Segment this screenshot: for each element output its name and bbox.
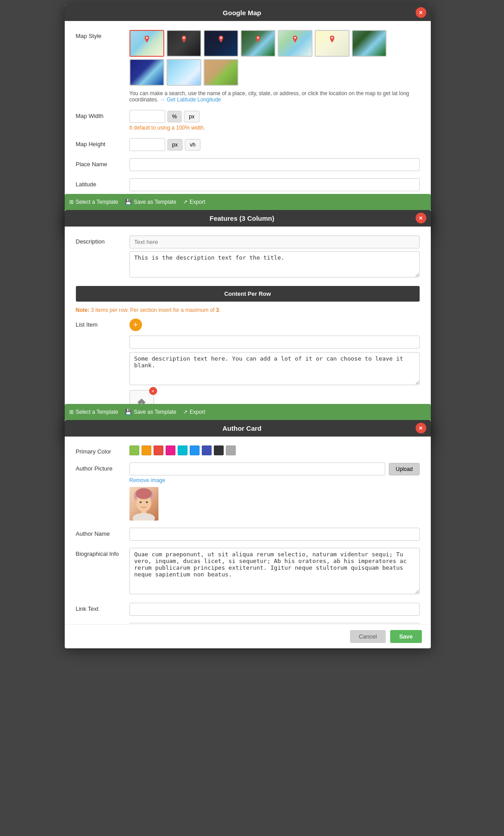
map-height-vh-btn[interactable]: vh: [185, 139, 200, 151]
map-thumb-5[interactable]: [278, 30, 312, 57]
features-save-template-btn[interactable]: 💾 Save as Template: [125, 199, 176, 205]
map-height-label: Map Height: [76, 138, 129, 147]
link-text-row: Link Text →: [76, 603, 420, 616]
svg-point-9: [133, 513, 155, 521]
add-item-button[interactable]: +: [129, 319, 142, 331]
map-thumb-1[interactable]: [129, 30, 164, 57]
map-height-control: 320 px vh: [129, 138, 420, 151]
avatar-svg: [129, 487, 158, 521]
map-thumb-2[interactable]: [167, 30, 201, 57]
map-thumb-6[interactable]: [315, 30, 350, 57]
map-thumb-8[interactable]: [129, 59, 164, 86]
map-style-label: Map Style: [76, 30, 129, 39]
map-thumb-3-inner: [204, 31, 237, 56]
feature-item-1: Feature Title Some description text here…: [129, 336, 420, 414]
feature-image-remove-btn[interactable]: ×: [149, 387, 157, 395]
remove-image-link[interactable]: Remove image: [129, 477, 420, 483]
map-width-percent-btn[interactable]: %: [167, 111, 182, 122]
svg-point-0: [146, 37, 148, 38]
map-thumb-5-inner: [279, 31, 312, 56]
author-name-input[interactable]: Your Name: [129, 528, 420, 541]
color-swatch-red[interactable]: [154, 445, 163, 455]
map-style-control: You can make a search, use the name of a…: [129, 30, 420, 103]
svg-point-12: [146, 501, 148, 503]
color-swatch-cyan[interactable]: [178, 445, 187, 455]
map-thumb-4[interactable]: [241, 30, 275, 57]
map-height-px-btn[interactable]: px: [167, 139, 183, 151]
link-text-label: Link Text: [76, 603, 129, 612]
link-text-input[interactable]: →: [129, 603, 420, 616]
place-name-row: Place Name SEO San Francisco, CA, Gough …: [76, 158, 420, 171]
map-thumb-7-inner: [353, 31, 386, 56]
map-height-input[interactable]: 320: [129, 138, 165, 151]
color-swatch-blue[interactable]: [190, 445, 200, 455]
color-swatch-orange[interactable]: [142, 445, 151, 455]
feature-title-input[interactable]: Feature Title: [129, 336, 420, 349]
author-card-modal-close[interactable]: ×: [416, 423, 426, 433]
list-item-label: List Item: [76, 319, 129, 328]
features-modal-close[interactable]: ×: [416, 213, 426, 223]
author-picture-row: Author Picture https://uiux.cc/wp-theme-…: [76, 462, 420, 521]
author-select-template-btn[interactable]: ⊞ Select a Template: [69, 409, 118, 415]
bio-textarea[interactable]: Quae cum praeponunt, ut sit aliqua rerum…: [129, 548, 420, 594]
features-toolbar: ⊞ Select a Template 💾 Save as Template ↗…: [65, 194, 431, 210]
map-thumb-3[interactable]: [204, 30, 238, 57]
template-icon: ⊞: [69, 199, 74, 205]
latitude-input[interactable]: 37.7770776: [129, 178, 420, 191]
author-card-modal-footer: Cancel Save: [65, 624, 431, 648]
place-name-input[interactable]: SEO San Francisco, CA, Gough Street, San…: [129, 158, 420, 171]
map-thumb-9-inner: [167, 60, 200, 85]
feature-desc-textarea[interactable]: Some description text here. You can add …: [129, 352, 420, 385]
svg-point-5: [331, 37, 333, 38]
map-height-input-group: 320 px vh: [129, 138, 420, 151]
latitude-label: Latitude: [76, 178, 129, 188]
map-width-input[interactable]: 100: [129, 110, 165, 123]
features-export-btn[interactable]: ↗ Export: [183, 199, 205, 205]
color-swatch-gray[interactable]: [226, 445, 236, 455]
map-thumb-1-inner: [130, 31, 163, 56]
author-picture-upload-button[interactable]: Upload: [389, 463, 419, 475]
modal-google-map-close[interactable]: ×: [416, 7, 426, 18]
get-lat-lng-link[interactable]: → Get Latitude Longitude: [160, 97, 221, 103]
author-export-icon: ↗: [183, 409, 187, 415]
map-thumb-8-inner: [130, 60, 163, 85]
content-per-row-bar: Content Per Row: [76, 286, 420, 302]
link-url-input[interactable]: #: [129, 623, 420, 624]
map-thumb-10[interactable]: [204, 59, 238, 86]
author-card-save-button[interactable]: Save: [390, 630, 421, 643]
author-save-template-btn[interactable]: 💾 Save as Template: [125, 409, 176, 415]
svg-point-4: [294, 37, 296, 38]
place-name-control: SEO San Francisco, CA, Gough Street, San…: [129, 158, 420, 171]
author-toolbar: ⊞ Select a Template 💾 Save as Template ↗…: [65, 404, 431, 420]
author-export-btn[interactable]: ↗ Export: [183, 409, 205, 415]
author-card-modal-body: Primary Color Author Picture: [65, 437, 431, 624]
features-select-template-btn[interactable]: ⊞ Select a Template: [69, 199, 118, 205]
description-control: This is the description text for the tit…: [129, 235, 420, 279]
map-style-grid: [129, 30, 420, 86]
modal-google-map-header: Google Map ×: [65, 4, 431, 21]
link-url-row: Link URL #: [76, 623, 420, 624]
note-text: Note: 3 items per row. Per section inser…: [76, 307, 420, 313]
map-thumb-10-inner: [204, 60, 237, 85]
description-textarea[interactable]: This is the description text for the tit…: [129, 251, 420, 277]
latitude-row: Latitude 37.7770776: [76, 178, 420, 191]
author-picture-url-input[interactable]: https://uiux.cc/wp-theme-demo/nailme/upl…: [129, 462, 386, 475]
features-modal-title: Features (3 Column): [209, 214, 274, 222]
description-title-input[interactable]: [129, 235, 420, 248]
svg-point-10: [136, 488, 152, 499]
latitude-control: 37.7770776: [129, 178, 420, 191]
link-url-label: Link URL: [76, 623, 129, 624]
map-thumb-9[interactable]: [167, 59, 201, 86]
modal-google-map-title: Google Map: [223, 9, 261, 17]
map-width-px-btn[interactable]: px: [184, 111, 200, 122]
map-thumb-7[interactable]: [352, 30, 387, 57]
color-swatch-green[interactable]: [129, 445, 139, 455]
color-swatch-indigo[interactable]: [202, 445, 212, 455]
author-card-modal-title: Author Card: [222, 424, 262, 432]
author-card-cancel-button[interactable]: Cancel: [350, 630, 386, 643]
primary-color-row: Primary Color: [76, 445, 420, 455]
color-swatch-dark[interactable]: [214, 445, 224, 455]
color-swatch-pink[interactable]: [166, 445, 175, 455]
author-avatar-preview: [129, 487, 158, 521]
bio-label: Biographical Info: [76, 548, 129, 557]
